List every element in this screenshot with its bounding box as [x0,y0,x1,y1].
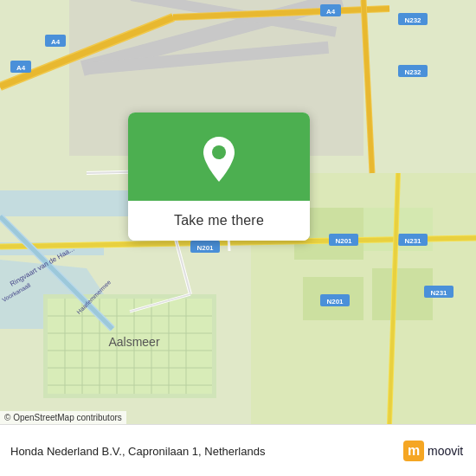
svg-text:A4: A4 [16,64,26,72]
svg-text:N201: N201 [196,244,214,252]
osm-attribution: © OpenStreetMap contributors [0,411,126,424]
svg-rect-13 [372,268,433,320]
osm-attribution-text: © OpenStreetMap contributors [4,413,122,422]
moovit-logo-svg: m moovit [403,437,466,465]
svg-text:N231: N231 [430,289,447,297]
svg-text:A4: A4 [326,8,336,16]
location-name: Honda Nederland B.V., Capronilaan 1, Net… [10,445,265,458]
take-me-there-card: Take me there [128,113,310,241]
svg-point-73 [212,145,226,159]
svg-text:N201: N201 [326,298,344,306]
map-container: A4 A4 A4 N232 N232 N201 N201 N231 N231 N… [0,0,476,424]
svg-text:moovit: moovit [428,444,463,458]
svg-text:Aalsmeer: Aalsmeer [108,335,159,349]
location-info: Honda Nederland B.V., Capronilaan 1, Net… [10,443,395,459]
take-me-there-button[interactable]: Take me there [128,201,310,241]
svg-text:m: m [408,443,420,458]
info-bar: Honda Nederland B.V., Capronilaan 1, Net… [0,424,476,476]
svg-text:N231: N231 [404,237,421,245]
moovit-logo: m moovit [403,437,466,465]
svg-text:N201: N201 [335,237,352,245]
svg-text:A4: A4 [51,38,61,46]
svg-text:N232: N232 [404,68,421,76]
location-pin-icon [200,137,238,180]
card-top [128,113,310,201]
svg-text:N232: N232 [404,16,421,24]
